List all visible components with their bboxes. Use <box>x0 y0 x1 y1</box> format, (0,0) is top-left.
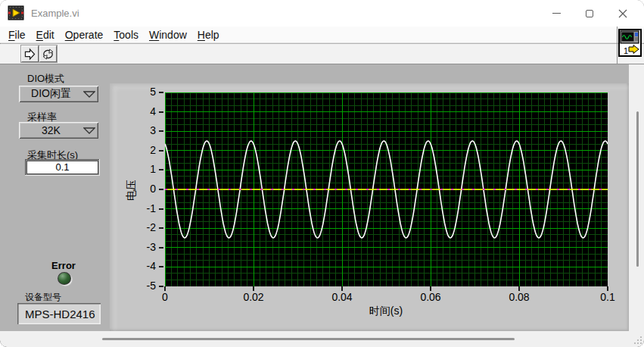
y-tick-label: 1 <box>121 163 156 176</box>
y-tick-label: -3 <box>121 241 156 254</box>
x-tick-mark <box>164 286 166 291</box>
maximize-icon <box>586 10 593 17</box>
title-bar[interactable]: Example.vi <box>0 0 644 27</box>
device-model-label: 设备型号 <box>25 291 61 304</box>
window-title: Example.vi <box>31 8 79 19</box>
vi-icon-graphic: 1 <box>620 30 640 55</box>
vertical-scroll-thumb[interactable] <box>636 111 639 267</box>
toolbar <box>0 44 644 64</box>
menu-bar: File Edit Operate Tools Window Help <box>0 27 644 43</box>
plot-area[interactable] <box>165 92 608 286</box>
dio-mode-value: DIO闲置 <box>31 87 71 101</box>
y-tick-mark <box>159 111 163 113</box>
vertical-scrollbar[interactable] <box>629 64 644 331</box>
close-button[interactable] <box>606 0 639 27</box>
y-tick-mark <box>159 208 163 210</box>
x-tick-label: 0.02 <box>231 291 276 304</box>
error-led-indicator <box>58 272 71 285</box>
menu-item-edit[interactable]: Edit <box>31 27 60 42</box>
vi-corner-icon[interactable]: 1 <box>618 29 642 57</box>
dio-mode-dropdown[interactable]: DIO闲置 <box>19 86 98 102</box>
y-tick-mark <box>159 247 163 249</box>
labview-app-icon <box>8 5 24 21</box>
sample-rate-value: 32K <box>42 124 61 136</box>
y-tick-mark <box>159 286 163 287</box>
x-tick-label: 0 <box>142 291 188 304</box>
device-model-field[interactable]: MPS-HD2416 <box>17 303 101 324</box>
icon-separator <box>617 27 618 64</box>
y-tick-label: -2 <box>121 221 156 234</box>
run-button[interactable] <box>21 45 39 62</box>
y-tick-mark <box>159 266 163 267</box>
dio-mode-label: DIO模式 <box>27 72 64 86</box>
window-controls <box>540 0 639 27</box>
y-tick-label: -4 <box>121 260 156 273</box>
continuous-run-button[interactable] <box>39 45 57 62</box>
minimize-button[interactable] <box>540 0 573 27</box>
x-tick-mark <box>253 286 254 291</box>
y-tick-mark <box>159 169 163 170</box>
continuous-run-icon <box>41 47 55 61</box>
x-tick-label: 0.04 <box>319 291 365 304</box>
y-tick-mark <box>159 227 163 229</box>
x-tick-label: 0.06 <box>408 291 453 304</box>
run-arrow-icon <box>23 47 37 61</box>
x-tick-label: 0.1 <box>585 291 630 304</box>
x-tick-mark <box>341 286 343 291</box>
y-tick-label: 0 <box>121 183 156 195</box>
horizontal-scrollbar[interactable] <box>0 331 644 347</box>
x-tick-mark <box>430 286 431 291</box>
chevron-down-icon <box>83 127 95 134</box>
y-tick-mark <box>159 130 163 132</box>
y-tick-label: -1 <box>121 202 156 215</box>
y-tick-label: 4 <box>121 105 156 118</box>
menu-item-help[interactable]: Help <box>192 27 225 42</box>
duration-value: 0.1 <box>26 161 98 174</box>
error-label: Error <box>39 260 88 271</box>
device-model-value: MPS-HD2416 <box>25 308 95 320</box>
menu-item-file[interactable]: File <box>3 27 31 42</box>
y-tick-mark <box>159 150 163 152</box>
y-tick-mark <box>159 92 163 93</box>
minimize-icon <box>552 13 561 14</box>
y-tick-label: 5 <box>121 86 156 98</box>
duration-input[interactable]: 0.1 <box>25 159 100 176</box>
y-tick-label: 3 <box>121 124 156 137</box>
maximize-button[interactable] <box>573 0 606 27</box>
vi-icon-number: 1 <box>624 46 628 55</box>
close-icon <box>618 9 627 18</box>
vi-window: Example.vi File Edit Operate Tools Windo… <box>0 0 644 347</box>
sample-rate-dropdown[interactable]: 32K <box>19 122 98 139</box>
menu-item-tools[interactable]: Tools <box>108 27 144 42</box>
menu-item-operate[interactable]: Operate <box>60 27 109 42</box>
y-tick-label: 2 <box>121 144 156 157</box>
x-tick-mark <box>607 286 608 291</box>
chevron-down-icon <box>83 91 95 98</box>
x-axis-title: 时间(s) <box>348 305 424 318</box>
horizontal-scroll-thumb[interactable] <box>102 338 515 340</box>
x-tick-label: 0.08 <box>496 291 542 304</box>
resize-grip-icon[interactable] <box>633 335 642 345</box>
y-tick-mark <box>159 189 163 190</box>
x-tick-mark <box>518 286 520 291</box>
menu-item-window[interactable]: Window <box>144 27 192 42</box>
